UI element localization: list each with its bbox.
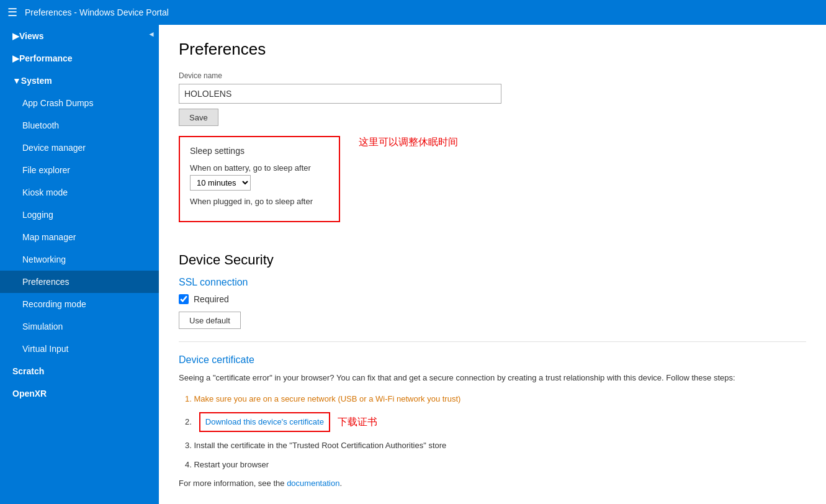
device-name-label: Device name <box>179 71 806 80</box>
cert-step-1: 1. Make sure you are on a secure network… <box>185 393 806 405</box>
plugged-sleep-label: When plugged in, go to sleep after <box>190 197 329 206</box>
sidebar-item-openxr[interactable]: OpenXR <box>0 382 159 405</box>
device-security-title: Device Security <box>179 252 806 268</box>
sidebar-item-virtual-input[interactable]: Virtual Input <box>0 338 159 360</box>
sidebar-item-logging[interactable]: Logging <box>0 204 159 226</box>
use-default-button[interactable]: Use default <box>179 312 241 329</box>
sidebar: ◄ ▶Views▶Performance▼SystemApp Crash Dum… <box>0 25 159 504</box>
download-link-box: Download this device's certificate <box>199 412 330 432</box>
hamburger-icon[interactable]: ☰ <box>7 6 17 19</box>
sleep-settings-box: Sleep settings When on battery, go to sl… <box>179 136 340 222</box>
ssl-required-row: Required <box>179 294 806 304</box>
battery-sleep-label: When on battery, go to sleep after <box>190 163 329 173</box>
ssl-required-label: Required <box>194 294 229 304</box>
sidebar-item-views[interactable]: ▶Views <box>0 25 159 47</box>
sidebar-item-simulation[interactable]: Simulation <box>0 315 159 338</box>
more-info-row: For more information, see the documentat… <box>179 479 806 488</box>
sleep-settings-title: Sleep settings <box>190 146 329 156</box>
device-certificate-title: Device certificate <box>179 354 806 366</box>
download-link-row: 2. Download this device's certificate 下载… <box>185 412 806 432</box>
cert-step-1-text: 1. Make sure you are on a secure network… <box>185 394 460 403</box>
sidebar-item-performance[interactable]: ▶Performance <box>0 47 159 70</box>
sidebar-item-app-crash-dumps[interactable]: App Crash Dumps <box>0 92 159 114</box>
more-info-prefix: For more information, see the <box>179 479 287 488</box>
sidebar-item-networking[interactable]: Networking <box>0 248 159 271</box>
sidebar-item-kiosk-mode[interactable]: Kiosk mode <box>0 181 159 204</box>
topbar-title: Preferences - Windows Device Portal <box>25 7 169 17</box>
cert-step-4-text: 4. Restart your browser <box>185 460 269 469</box>
main-layout: ◄ ▶Views▶Performance▼SystemApp Crash Dum… <box>0 25 826 504</box>
sidebar-item-bluetooth[interactable]: Bluetooth <box>0 114 159 137</box>
content-area: Preferences Device name Save Sleep setti… <box>159 25 826 504</box>
sleep-settings-wrapper: Sleep settings When on battery, go to sl… <box>179 136 806 237</box>
sidebar-item-device-manager[interactable]: Device manager <box>0 137 159 159</box>
documentation-link[interactable]: documentation <box>287 479 339 488</box>
device-name-input[interactable] <box>179 84 501 104</box>
cert-step-3-text: 3. Install the certificate in the "Trust… <box>185 441 446 450</box>
cert-description: Seeing a "certificate error" in your bro… <box>179 372 799 384</box>
cert-step-3: 3. Install the certificate in the "Trust… <box>185 439 806 452</box>
sidebar-item-preferences[interactable]: Preferences <box>0 271 159 293</box>
sidebar-collapse-button[interactable]: ◄ <box>144 25 159 43</box>
sidebar-item-system[interactable]: ▼System <box>0 70 159 92</box>
battery-sleep-select[interactable]: 1 minute2 minutes5 minutes10 minutes30 m… <box>190 175 251 191</box>
more-info-suffix: . <box>339 479 342 488</box>
cert-step-2-prefix: 2. <box>185 416 192 428</box>
battery-sleep-row: When on battery, go to sleep after 1 min… <box>190 163 329 191</box>
ssl-connection-title: SSL connection <box>179 277 806 288</box>
sidebar-item-file-explorer[interactable]: File explorer <box>0 159 159 181</box>
download-certificate-link[interactable]: Download this device's certificate <box>205 417 324 426</box>
plugged-sleep-row: When plugged in, go to sleep after <box>190 197 329 206</box>
page-title: Preferences <box>179 40 806 59</box>
topbar: ☰ Preferences - Windows Device Portal <box>0 0 826 25</box>
save-button[interactable]: Save <box>179 109 218 126</box>
cert-step-4: 4. Restart your browser <box>185 459 806 471</box>
sidebar-item-recording-mode[interactable]: Recording mode <box>0 293 159 315</box>
sidebar-item-scratch[interactable]: Scratch <box>0 360 159 382</box>
sidebar-item-map-manager[interactable]: Map manager <box>0 226 159 248</box>
separator <box>179 341 806 342</box>
download-annotation: 下载证书 <box>338 415 377 430</box>
cert-steps-list: 1. Make sure you are on a secure network… <box>179 393 806 471</box>
sleep-annotation: 这里可以调整休眠时间 <box>359 136 458 149</box>
ssl-required-checkbox[interactable] <box>179 294 189 304</box>
cert-step-2: 2. Download this device's certificate 下载… <box>185 412 806 432</box>
